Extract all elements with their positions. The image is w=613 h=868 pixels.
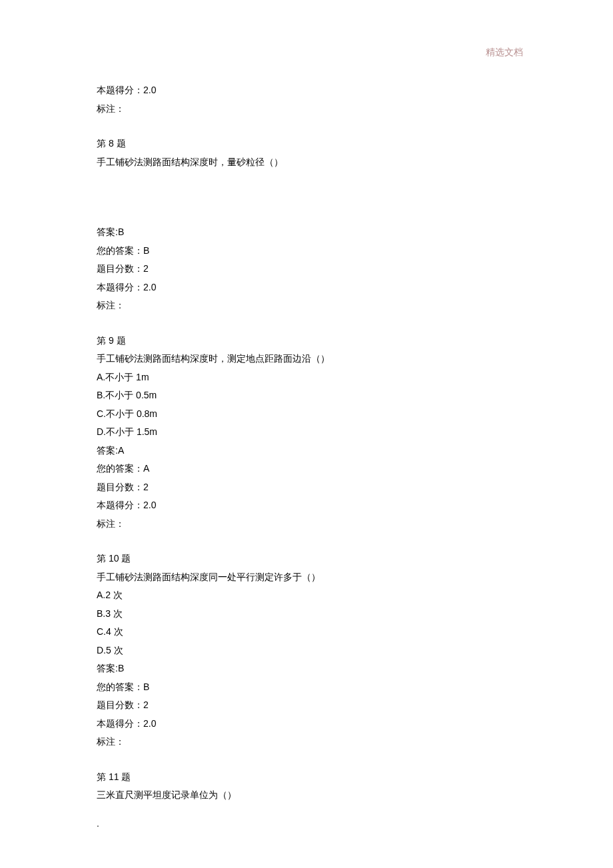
q7-obtained-score: 本题得分：2.0 — [97, 81, 523, 100]
q10-option-a: A.2 次 — [97, 586, 523, 605]
q9-stem: 手工铺砂法测路面结构深度时，测定地点距路面边沿（） — [97, 350, 523, 368]
q9-option-a: A.不小于 1m — [97, 368, 523, 387]
footer-dot: . — [97, 818, 99, 829]
q9-question-score: 题目分数：2 — [97, 478, 523, 497]
q11-stem: 三米直尺测平坦度记录单位为（） — [97, 786, 523, 805]
q9-option-c: C.不小于 0.8m — [97, 405, 523, 424]
watermark-text: 精选文档 — [486, 47, 523, 59]
document-body: 本题得分：2.0 标注： 第 8 题 手工铺砂法测路面结构深度时，量砂粒径（） … — [97, 81, 523, 805]
q9-answer: 答案:A — [97, 442, 523, 460]
q9-title: 第 9 题 — [97, 332, 523, 350]
q8-stem: 手工铺砂法测路面结构深度时，量砂粒径（） — [97, 153, 523, 172]
q8-title: 第 8 题 — [97, 135, 523, 153]
q10-option-b: B.3 次 — [97, 605, 523, 624]
q9-note-label: 标注： — [97, 515, 523, 534]
q10-answer: 答案:B — [97, 659, 523, 678]
q9-option-b: B.不小于 0.5m — [97, 386, 523, 405]
q9-your-answer: 您的答案：A — [97, 460, 523, 478]
q10-note-label: 标注： — [97, 733, 523, 751]
q8-answer: 答案:B — [97, 223, 523, 242]
q11-title: 第 11 题 — [97, 768, 523, 787]
q8-question-score: 题目分数：2 — [97, 260, 523, 278]
q10-your-answer: 您的答案：B — [97, 678, 523, 697]
q9-option-d: D.不小于 1.5m — [97, 423, 523, 442]
q10-title: 第 10 题 — [97, 550, 523, 568]
q10-question-score: 题目分数：2 — [97, 696, 523, 715]
q10-obtained-score: 本题得分：2.0 — [97, 715, 523, 733]
q8-obtained-score: 本题得分：2.0 — [97, 278, 523, 297]
q10-option-d: D.5 次 — [97, 642, 523, 660]
q10-option-c: C.4 次 — [97, 623, 523, 642]
q9-obtained-score: 本题得分：2.0 — [97, 496, 523, 515]
q8-your-answer: 您的答案：B — [97, 242, 523, 260]
q8-note-label: 标注： — [97, 296, 523, 315]
q10-stem: 手工铺砂法测路面结构深度同一处平行测定许多于（） — [97, 568, 523, 587]
q7-note-label: 标注： — [97, 100, 523, 119]
